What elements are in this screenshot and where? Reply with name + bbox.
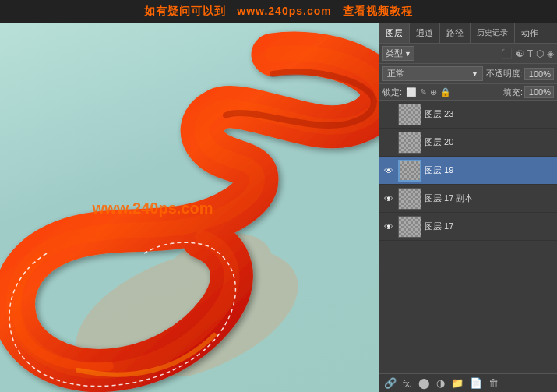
banner-text: 如有疑问可以到 www.240ps.com 查看视频教程 <box>144 5 414 19</box>
tab-bar: 图层 通道 路径 历史记录 动作 <box>379 23 557 44</box>
layer-name-19: 图层 19 <box>425 164 554 176</box>
layer-thumb-17f <box>398 188 421 210</box>
lock-icons: ⬜ ✎ ⊕ 🔒 <box>406 87 451 97</box>
layer-thumb-23 <box>398 104 421 125</box>
blend-mode-label: 正常 <box>387 68 404 79</box>
tab-history[interactable]: 历史记录 <box>471 23 515 43</box>
canvas-area: 如有疑问可以到 www.240ps.com 查看视频教程 <box>0 0 557 392</box>
lock-pixels-icon[interactable]: ⬜ <box>406 87 417 97</box>
layers-list: 图层 23 图层 20 👁 图层 19 👁 <box>379 101 557 373</box>
tab-actions[interactable]: 动作 <box>515 23 545 43</box>
opacity-field: 不透明度: 100% <box>486 68 554 80</box>
filter-adjust-icon[interactable]: ☯ <box>516 48 524 59</box>
new-layer-icon[interactable]: 📄 <box>470 377 482 389</box>
layer-row-23[interactable]: 图层 23 <box>379 101 557 129</box>
layer-fx-icon[interactable]: fx. <box>403 379 412 388</box>
layer-row-17f[interactable]: 👁 图层 17 副本 <box>379 185 557 213</box>
opacity-label: 不透明度: <box>486 68 523 79</box>
tab-layers[interactable]: 图层 <box>379 23 410 43</box>
filter-icons: ⬛ ☯ T ⬡ ◈ <box>501 48 554 59</box>
layer-row-17[interactable]: 👁 图层 17 <box>379 213 557 241</box>
layer-thumb-17 <box>398 216 421 238</box>
fill-input[interactable]: 100% <box>524 86 554 98</box>
blend-mode-dropdown[interactable]: 正常 ▼ <box>382 66 483 81</box>
watermark: www.240ps.com <box>93 199 213 217</box>
canvas-background: www.240ps.com <box>0 23 382 392</box>
layers-panel: 图层 通道 路径 历史记录 动作 类型 ▼ ⬛ ☯ T ⬡ ◈ <box>379 23 557 392</box>
filter-pixel-icon[interactable]: ⬛ <box>501 48 513 59</box>
layers-bottom-toolbar: 🔗 fx. ⬤ ◑ 📁 📄 🗑 <box>379 373 557 392</box>
layer-eye-19[interactable]: 👁 <box>382 165 395 176</box>
layer-row-19[interactable]: 👁 图层 19 <box>379 157 557 185</box>
lock-all-icon[interactable]: ⊕ <box>430 87 437 97</box>
layer-row-20[interactable]: 图层 20 <box>379 129 557 157</box>
link-layers-icon[interactable]: 🔗 <box>384 377 397 389</box>
delete-layer-icon[interactable]: 🗑 <box>488 377 499 389</box>
top-banner: 如有疑问可以到 www.240ps.com 查看视频教程 <box>0 0 557 23</box>
tab-paths[interactable]: 路径 <box>440 23 471 43</box>
filter-shape-icon[interactable]: ⬡ <box>536 48 544 59</box>
blend-chevron-icon: ▼ <box>471 70 478 78</box>
layer-eye-17f[interactable]: 👁 <box>382 193 395 204</box>
layer-thumb-20 <box>398 132 421 154</box>
blend-bar: 正常 ▼ 不透明度: 100% <box>379 64 557 84</box>
type-filter-dropdown[interactable]: 类型 ▼ <box>382 46 414 61</box>
lock-label: 锁定: <box>382 87 402 98</box>
banner-text-part1: 如有疑问可以到 <box>144 5 226 17</box>
lock-bar: 锁定: ⬜ ✎ ⊕ 🔒 填充: 100% <box>379 84 557 101</box>
new-folder-icon[interactable]: 📁 <box>451 377 464 389</box>
layer-name-17f: 图层 17 副本 <box>425 192 554 204</box>
panels-area: 图层 通道 路径 历史记录 动作 类型 ▼ ⬛ ☯ T ⬡ ◈ <box>379 23 557 392</box>
filter-chevron-icon: ▼ <box>404 50 411 58</box>
filter-bar: 类型 ▼ ⬛ ☯ T ⬡ ◈ <box>379 44 557 64</box>
new-adjustment-icon[interactable]: ◑ <box>436 377 445 389</box>
filter-type-label: 类型 <box>386 48 403 59</box>
fill-field: 填充: 100% <box>503 86 554 98</box>
opacity-input[interactable]: 100% <box>524 68 554 80</box>
layer-thumb-19 <box>398 160 421 182</box>
fill-label: 填充: <box>503 87 523 98</box>
tab-channels[interactable]: 通道 <box>410 23 440 43</box>
add-mask-icon[interactable]: ⬤ <box>418 377 430 389</box>
lock-position-icon[interactable]: ✎ <box>420 87 427 97</box>
layer-name-20: 图层 20 <box>425 136 554 148</box>
filter-text-icon[interactable]: T <box>527 48 533 59</box>
banner-url: www.240ps.com <box>237 5 331 17</box>
filter-smart-icon[interactable]: ◈ <box>547 48 554 59</box>
banner-text-part3: 查看视频教程 <box>343 5 413 17</box>
layer-eye-17[interactable]: 👁 <box>382 221 395 232</box>
lock-artboard-icon[interactable]: 🔒 <box>440 87 451 97</box>
layer-name-17: 图层 17 <box>425 221 554 232</box>
layer-name-23: 图层 23 <box>425 108 554 120</box>
